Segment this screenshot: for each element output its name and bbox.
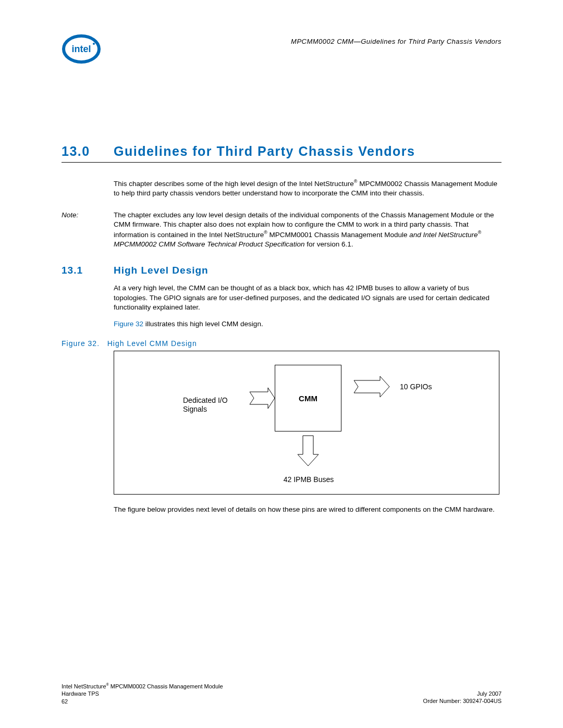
note-label: Note: <box>62 211 114 249</box>
subsection-heading: 13.1 High Level Design <box>62 265 501 276</box>
note-body: The chapter excludes any low level desig… <box>114 211 501 249</box>
intel-logo: intel <box>62 29 101 71</box>
section-heading: 13.0 Guidelines for Third Party Chassis … <box>62 144 501 163</box>
running-header: MPCMM0002 CMM—Guidelines for Third Party… <box>114 29 501 45</box>
post-figure-paragraph: The figure below provides next level of … <box>114 505 501 514</box>
section-number: 13.0 <box>62 144 114 159</box>
figure-diagram: CMM Dedicated I/O Signals 10 GPIOs 42 IP… <box>114 351 499 495</box>
figure-xref: Figure 32 <box>114 320 143 328</box>
section-title: Guidelines for Third Party Chassis Vendo… <box>114 144 415 159</box>
intro-paragraph: This chapter describes some of the high … <box>114 178 501 198</box>
figure-caption: Figure 32. High Level CMM Design <box>62 339 501 348</box>
high-level-p1: At a very high level, the CMM can be tho… <box>114 283 501 312</box>
subsection-title: High Level Design <box>114 265 209 276</box>
svg-point-3 <box>93 43 95 45</box>
dedicated-io-label: Dedicated I/O Signals <box>183 396 246 414</box>
page-footer: Intel NetStructure® MPCMM0002 Chassis Ma… <box>62 682 501 705</box>
high-level-p2: Figure 32 illustrates this high level CM… <box>114 319 501 329</box>
cmm-box: CMM <box>275 365 341 431</box>
ipmb-label: 42 IPMB Buses <box>276 475 341 484</box>
svg-text:intel: intel <box>71 44 91 54</box>
gpio-label: 10 GPIOs <box>400 382 432 391</box>
subsection-number: 13.1 <box>62 265 114 276</box>
